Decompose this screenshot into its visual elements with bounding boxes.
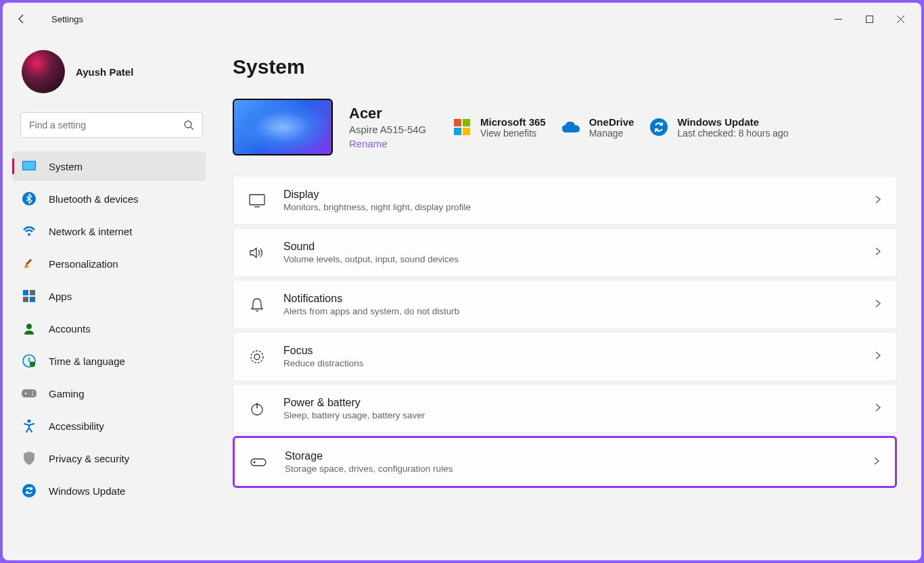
avatar <box>22 50 65 93</box>
content: Ayush Patel System Bluetooth & devices N… <box>3 35 921 560</box>
device-name: Acer <box>349 105 437 122</box>
network-icon <box>22 224 37 239</box>
nav-item-network[interactable]: Network & internet <box>12 216 206 246</box>
search-box[interactable] <box>20 112 203 138</box>
setting-desc: Reduce distractions <box>283 358 857 368</box>
svg-rect-12 <box>30 297 35 302</box>
device-info: Acer Aspire A515-54G Rename <box>349 105 437 149</box>
setting-display[interactable]: Display Monitors, brightness, night ligh… <box>233 176 897 225</box>
settings-list: Display Monitors, brightness, night ligh… <box>233 176 897 488</box>
privacy-icon <box>22 451 37 466</box>
device-row: Acer Aspire A515-54G Rename Microsoft 36… <box>233 99 897 155</box>
setting-notifications[interactable]: Notifications Alerts from apps and syste… <box>233 280 897 329</box>
setting-sound[interactable]: Sound Volume levels, output, input, soun… <box>233 228 897 277</box>
setting-title: Focus <box>283 345 857 357</box>
setting-title: Display <box>283 189 857 201</box>
back-button[interactable] <box>8 5 35 32</box>
svg-line-3 <box>191 127 193 130</box>
nav-item-accounts[interactable]: Accounts <box>12 314 206 343</box>
setting-storage[interactable]: Storage Storage space, drives, configura… <box>233 436 897 488</box>
system-icon <box>22 159 37 174</box>
personalization-icon <box>22 256 37 271</box>
svg-point-19 <box>28 420 31 423</box>
nav-item-bluetooth[interactable]: Bluetooth & devices <box>12 184 206 214</box>
nav-item-personalization[interactable]: Personalization <box>12 249 206 278</box>
svg-point-13 <box>26 324 32 329</box>
setting-title: Sound <box>283 241 857 253</box>
storage-icon <box>250 454 267 471</box>
nav-label: Gaming <box>49 388 85 399</box>
card-sub: Manage <box>589 128 634 139</box>
minimize-icon <box>835 16 842 23</box>
search-input[interactable] <box>29 120 183 130</box>
close-button[interactable] <box>885 8 916 30</box>
sidebar: Ayush Patel System Bluetooth & devices N… <box>3 35 212 560</box>
minimize-button[interactable] <box>823 8 854 30</box>
nav-item-apps[interactable]: Apps <box>12 281 206 311</box>
svg-rect-11 <box>23 297 28 302</box>
svg-rect-10 <box>30 290 35 295</box>
nav-item-system[interactable]: System <box>12 151 206 181</box>
maximize-button[interactable] <box>854 8 885 30</box>
gaming-icon <box>22 386 37 401</box>
nav-item-update[interactable]: Windows Update <box>12 476 206 506</box>
nav-item-accessibility[interactable]: Accessibility <box>12 411 206 441</box>
card-onedrive[interactable]: OneDrive Manage <box>562 116 634 139</box>
setting-focus[interactable]: Focus Reduce distractions <box>233 332 897 381</box>
onedrive-icon <box>562 118 580 136</box>
close-icon <box>897 16 904 23</box>
nav-item-gaming[interactable]: Gaming <box>12 378 206 408</box>
card-title: OneDrive <box>589 116 634 128</box>
sound-icon <box>248 244 266 262</box>
setting-desc: Sleep, battery usage, battery saver <box>283 410 857 420</box>
card-sub: View benefits <box>480 128 546 139</box>
display-icon <box>248 192 266 210</box>
svg-rect-8 <box>26 259 32 265</box>
card-update[interactable]: Windows Update Last checked: 8 hours ago <box>650 116 788 139</box>
search-icon <box>183 120 194 130</box>
svg-rect-28 <box>251 459 266 466</box>
power-icon <box>248 400 266 418</box>
svg-point-18 <box>32 394 33 395</box>
window-controls <box>823 8 916 30</box>
nav-item-privacy[interactable]: Privacy & security <box>12 443 206 473</box>
setting-power[interactable]: Power & battery Sleep, battery usage, ba… <box>233 384 897 433</box>
nav-label: Network & internet <box>49 226 132 237</box>
bluetooth-icon <box>22 191 37 206</box>
update-icon <box>22 483 37 498</box>
chevron-right-icon <box>875 195 881 207</box>
svg-rect-1 <box>866 16 873 22</box>
main-content: System Acer Aspire A515-54G Rename Micro… <box>212 35 921 560</box>
settings-window: Settings Ayush Patel System <box>3 3 921 560</box>
ms365-icon <box>453 118 471 136</box>
setting-desc: Alerts from apps and system, do not dist… <box>283 306 857 316</box>
setting-title: Storage <box>285 450 856 462</box>
nav-item-time[interactable]: Time & language <box>12 346 206 376</box>
windows-update-icon <box>650 118 668 136</box>
setting-desc: Monitors, brightness, night light, displ… <box>283 202 857 212</box>
card-title: Windows Update <box>677 116 788 128</box>
apps-icon <box>22 289 37 303</box>
nav-label: Windows Update <box>49 485 125 497</box>
setting-title: Notifications <box>283 293 857 305</box>
chevron-right-icon <box>875 403 881 415</box>
profile[interactable]: Ayush Patel <box>12 43 212 107</box>
arrow-left-icon <box>16 14 27 24</box>
device-thumbnail[interactable] <box>233 99 333 155</box>
card-ms365[interactable]: Microsoft 365 View benefits <box>453 116 546 139</box>
chevron-right-icon <box>875 299 881 311</box>
nav-label: Accessibility <box>49 420 104 432</box>
svg-point-24 <box>251 351 263 363</box>
nav-label: Privacy & security <box>49 453 129 464</box>
svg-point-16 <box>25 393 27 395</box>
window-title: Settings <box>51 14 83 24</box>
rename-link[interactable]: Rename <box>349 138 437 149</box>
chevron-right-icon <box>875 351 881 363</box>
device-model: Aspire A515-54G <box>349 124 437 135</box>
username: Ayush Patel <box>76 66 133 78</box>
svg-point-20 <box>22 484 36 497</box>
notifications-icon <box>248 296 266 314</box>
setting-desc: Volume levels, output, input, sound devi… <box>283 254 857 264</box>
svg-point-25 <box>254 354 260 360</box>
maximize-icon <box>866 16 873 23</box>
